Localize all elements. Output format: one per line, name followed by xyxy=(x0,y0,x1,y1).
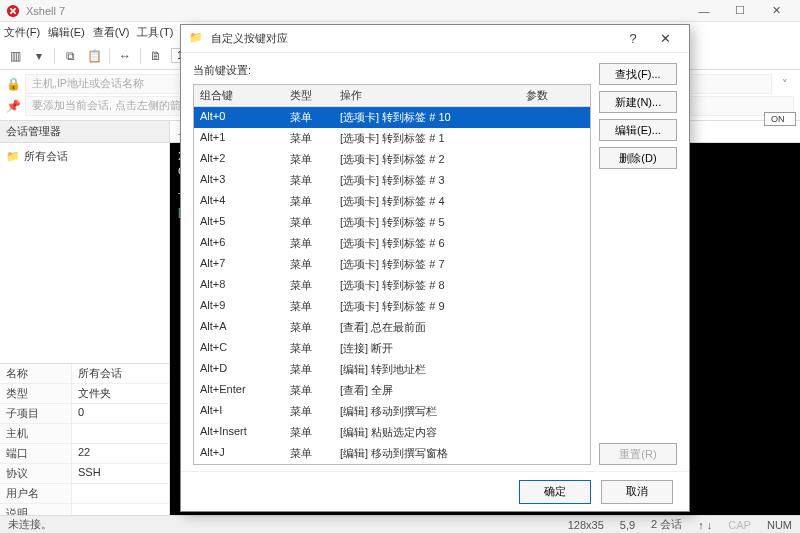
menu-tools[interactable]: 工具(T) xyxy=(137,25,173,40)
toolbar-doc-icon[interactable]: 🗎 xyxy=(147,47,165,65)
close-button[interactable]: ✕ xyxy=(758,4,794,17)
table-cell: [编辑] 粘贴选定内容 xyxy=(334,422,520,443)
table-row[interactable]: Alt+A菜单[查看] 总在最前面 xyxy=(194,317,590,338)
toolbar-separator xyxy=(109,48,110,64)
table-row[interactable]: Alt+0菜单[选项卡] 转到标签 # 10 xyxy=(194,107,590,128)
header-type[interactable]: 类型 xyxy=(284,85,334,106)
table-cell xyxy=(520,107,590,128)
ok-button[interactable]: 确定 xyxy=(519,480,591,504)
status-caret: 5,9 xyxy=(620,519,635,531)
table-cell: Alt+D xyxy=(194,359,284,380)
table-row[interactable]: Alt+J菜单[编辑] 移动到撰写窗格 xyxy=(194,443,590,464)
table-cell: 菜单 xyxy=(284,170,334,191)
keymap-table[interactable]: 组合键 类型 操作 参数 Alt+0菜单[选项卡] 转到标签 # 10Alt+1… xyxy=(193,84,591,465)
table-cell: [查看] 全屏 xyxy=(334,380,520,401)
table-cell: Alt+J xyxy=(194,443,284,464)
table-cell: [编辑] 移动到撰写栏 xyxy=(334,401,520,422)
table-row[interactable]: Alt+8菜单[选项卡] 转到标签 # 8 xyxy=(194,275,590,296)
toolbar-new-icon[interactable]: ▥ xyxy=(6,47,24,65)
table-cell: Alt+3 xyxy=(194,170,284,191)
table-cell: Alt+8 xyxy=(194,275,284,296)
table-cell: [编辑] 移动到撰写窗格 xyxy=(334,443,520,464)
toolbar-paste-icon[interactable]: 📋 xyxy=(85,47,103,65)
prop-value: 22 xyxy=(72,444,169,463)
menu-view[interactable]: 查看(V) xyxy=(93,25,130,40)
session-tree[interactable]: 📁 所有会话 xyxy=(0,143,169,363)
on-toggle[interactable]: ON xyxy=(764,112,796,126)
table-cell xyxy=(520,380,590,401)
lock-icon: 🔒 xyxy=(6,77,21,91)
table-cell: 菜单 xyxy=(284,191,334,212)
app-logo-icon xyxy=(6,4,20,18)
table-row[interactable]: Alt+6菜单[选项卡] 转到标签 # 6 xyxy=(194,233,590,254)
table-cell: [选项卡] 转到标签 # 10 xyxy=(334,107,520,128)
table-cell: Alt+A xyxy=(194,317,284,338)
chevron-down-icon[interactable]: ˅ xyxy=(776,78,794,91)
table-row[interactable]: Alt+3菜单[选项卡] 转到标签 # 3 xyxy=(194,170,590,191)
maximize-button[interactable]: ☐ xyxy=(722,4,758,17)
cancel-button[interactable]: 取消 xyxy=(601,480,673,504)
new-button[interactable]: 新建(N)... xyxy=(599,91,677,113)
table-cell: 菜单 xyxy=(284,254,334,275)
table-cell: Alt+2 xyxy=(194,149,284,170)
toolbar-arrow-icon[interactable]: ↔ xyxy=(116,47,134,65)
tree-root-item[interactable]: 📁 所有会话 xyxy=(6,149,163,164)
table-cell xyxy=(520,170,590,191)
table-cell: 菜单 xyxy=(284,149,334,170)
header-param[interactable]: 参数 xyxy=(520,85,590,106)
table-cell xyxy=(520,317,590,338)
prop-row: 协议SSH xyxy=(0,464,169,484)
edit-button[interactable]: 编辑(E)... xyxy=(599,119,677,141)
table-cell: 菜单 xyxy=(284,107,334,128)
table-row[interactable]: Alt+7菜单[选项卡] 转到标签 # 7 xyxy=(194,254,590,275)
delete-button[interactable]: 删除(D) xyxy=(599,147,677,169)
table-row[interactable]: Alt+Enter菜单[查看] 全屏 xyxy=(194,380,590,401)
dialog-footer: 确定 取消 xyxy=(181,471,689,511)
table-cell: [连接] 断开 xyxy=(334,338,520,359)
toolbar-dropdown-icon[interactable]: ▾ xyxy=(30,47,48,65)
table-row[interactable]: Alt+2菜单[选项卡] 转到标签 # 2 xyxy=(194,149,590,170)
prop-value xyxy=(72,484,169,503)
prop-row: 主机 xyxy=(0,424,169,444)
table-cell: Alt+6 xyxy=(194,233,284,254)
table-row[interactable]: Alt+I菜单[编辑] 移动到撰写栏 xyxy=(194,401,590,422)
right-dock: ON xyxy=(760,108,800,130)
table-cell xyxy=(520,149,590,170)
pin-icon[interactable]: 📌 xyxy=(6,99,21,113)
table-cell: 菜单 xyxy=(284,317,334,338)
prop-row: 名称所有会话 xyxy=(0,364,169,384)
status-arrows: ↑ ↓ xyxy=(698,519,712,531)
find-button[interactable]: 查找(F)... xyxy=(599,63,677,85)
table-row[interactable]: Alt+C菜单[连接] 断开 xyxy=(194,338,590,359)
prop-value: SSH xyxy=(72,464,169,483)
table-cell: [选项卡] 转到标签 # 3 xyxy=(334,170,520,191)
reset-button[interactable]: 重置(R) xyxy=(599,443,677,465)
table-row[interactable]: Alt+Insert菜单[编辑] 粘贴选定内容 xyxy=(194,422,590,443)
table-row[interactable]: Alt+D菜单[编辑] 转到地址栏 xyxy=(194,359,590,380)
menu-edit[interactable]: 编辑(E) xyxy=(48,25,85,40)
table-cell: 菜单 xyxy=(284,296,334,317)
dialog-help-button[interactable]: ? xyxy=(617,31,649,46)
status-size: 128x35 xyxy=(568,519,604,531)
menu-file[interactable]: 文件(F) xyxy=(4,25,40,40)
table-cell: [选项卡] 转到标签 # 1 xyxy=(334,128,520,149)
table-cell xyxy=(520,338,590,359)
table-row[interactable]: Alt+9菜单[选项卡] 转到标签 # 9 xyxy=(194,296,590,317)
table-cell: 菜单 xyxy=(284,338,334,359)
toolbar-copy-icon[interactable]: ⧉ xyxy=(61,47,79,65)
table-row[interactable]: Alt+5菜单[选项卡] 转到标签 # 5 xyxy=(194,212,590,233)
dialog-close-button[interactable]: ✕ xyxy=(649,31,681,46)
prop-value: 0 xyxy=(72,404,169,423)
table-cell: [选项卡] 转到标签 # 9 xyxy=(334,296,520,317)
tree-root-label: 所有会话 xyxy=(24,149,68,164)
toolbar-separator xyxy=(54,48,55,64)
dialog-folder-icon: 📁 xyxy=(189,31,205,47)
header-action[interactable]: 操作 xyxy=(334,85,520,106)
prop-value: 文件夹 xyxy=(72,384,169,403)
table-row[interactable]: Alt+1菜单[选项卡] 转到标签 # 1 xyxy=(194,128,590,149)
table-cell xyxy=(520,443,590,464)
table-row[interactable]: Alt+4菜单[选项卡] 转到标签 # 4 xyxy=(194,191,590,212)
minimize-button[interactable]: — xyxy=(686,5,722,17)
prop-row: 端口22 xyxy=(0,444,169,464)
header-key[interactable]: 组合键 xyxy=(194,85,284,106)
